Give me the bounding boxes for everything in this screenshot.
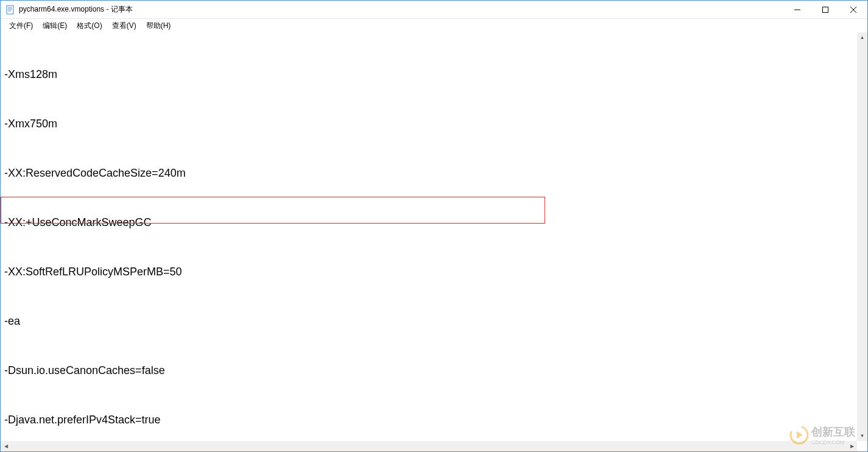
notepad-icon <box>5 5 15 15</box>
minimize-button[interactable] <box>783 1 811 19</box>
menu-format[interactable]: 格式(O) <box>72 19 107 32</box>
svg-rect-6 <box>823 7 828 13</box>
window-controls <box>783 1 867 18</box>
text-editor-area[interactable]: -Xms128m -Xmx750m -XX:ReservedCodeCacheS… <box>1 32 867 451</box>
text-line: -XX:ReservedCodeCacheSize=240m <box>4 165 864 182</box>
menu-help[interactable]: 帮助(H) <box>141 19 176 32</box>
scroll-up-icon[interactable]: ▲ <box>857 32 867 43</box>
notepad-window: pycharm64.exe.vmoptions - 记事本 文件(F) 编辑(E… <box>0 0 868 452</box>
vertical-scrollbar[interactable]: ▲ ▼ <box>857 32 867 441</box>
text-line: -XX:SoftRefLRUPolicyMSPerMB=50 <box>4 264 864 280</box>
scroll-left-icon[interactable]: ◀ <box>1 441 11 451</box>
scroll-right-icon[interactable]: ▶ <box>847 441 857 451</box>
horizontal-scrollbar[interactable]: ◀ ▶ <box>1 441 857 451</box>
text-line: -Djava.net.preferIPv4Stack=true <box>4 412 864 428</box>
menu-bar: 文件(F) 编辑(E) 格式(O) 查看(V) 帮助(H) <box>1 19 867 32</box>
window-title: pycharm64.exe.vmoptions - 记事本 <box>19 4 783 15</box>
title-bar: pycharm64.exe.vmoptions - 记事本 <box>1 1 867 19</box>
text-line: -ea <box>4 313 864 330</box>
text-line: -Xmx750m <box>4 116 864 132</box>
menu-view[interactable]: 查看(V) <box>107 19 141 32</box>
text-line: -Dsun.io.useCanonCaches=false <box>4 362 864 379</box>
close-button[interactable] <box>839 1 867 19</box>
scroll-down-icon[interactable]: ▼ <box>857 431 867 441</box>
menu-file[interactable]: 文件(F) <box>4 19 38 32</box>
menu-edit[interactable]: 编辑(E) <box>38 19 72 32</box>
text-line: -XX:+UseConcMarkSweepGC <box>4 214 864 231</box>
maximize-button[interactable] <box>811 1 839 19</box>
text-content[interactable]: -Xms128m -Xmx750m -XX:ReservedCodeCacheS… <box>1 32 867 451</box>
text-line: -Xms128m <box>4 66 864 83</box>
